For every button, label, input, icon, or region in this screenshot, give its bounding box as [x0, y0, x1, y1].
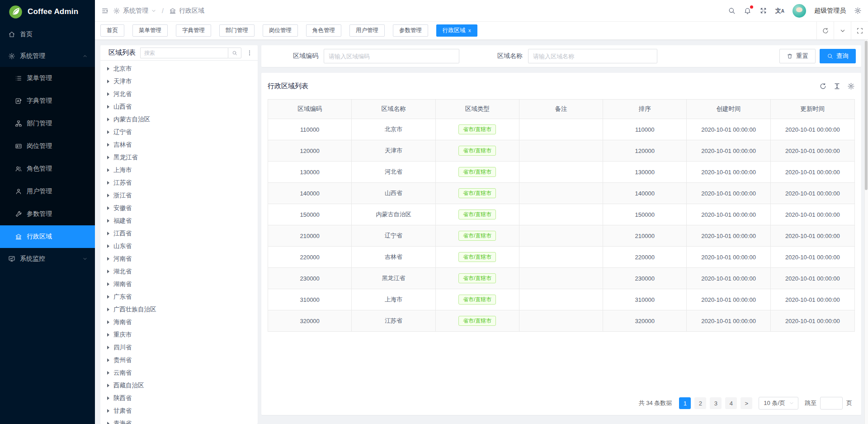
caret-right-icon[interactable] — [107, 422, 109, 424]
tree-item[interactable]: 广西壮族自治区 — [100, 303, 258, 316]
tree-item[interactable]: 青海省 — [100, 417, 258, 424]
caret-right-icon[interactable] — [107, 130, 109, 134]
caret-right-icon[interactable] — [107, 168, 109, 172]
tree-item[interactable]: 西藏自治区 — [100, 379, 258, 392]
sidebar-item-role-management[interactable]: 角色管理 — [0, 157, 95, 180]
sidebar-item-menu-management[interactable]: 菜单管理 — [0, 67, 95, 90]
caret-right-icon[interactable] — [107, 308, 109, 311]
tab-close-icon[interactable]: x — [468, 28, 471, 33]
reset-button[interactable]: 重置 — [779, 49, 816, 63]
tree-item[interactable]: 陕西省 — [100, 392, 258, 405]
tree-item[interactable]: 广东省 — [100, 291, 258, 303]
caret-right-icon[interactable] — [107, 156, 109, 159]
kebab-menu-icon[interactable] — [246, 49, 253, 57]
caret-right-icon[interactable] — [107, 270, 109, 273]
username[interactable]: 超级管理员 — [814, 7, 846, 15]
tree-item[interactable]: 福建省 — [100, 214, 258, 227]
sidebar-item-dept-management[interactable]: 部门管理 — [0, 112, 95, 135]
tree-item[interactable]: 吉林省 — [100, 138, 258, 151]
caret-right-icon[interactable] — [107, 282, 109, 286]
tab-dict-management[interactable]: 字典管理 — [176, 24, 211, 37]
tree-search-button[interactable] — [228, 48, 241, 58]
tree-item[interactable]: 安徽省 — [100, 202, 258, 214]
column-height-icon[interactable] — [833, 82, 841, 90]
breadcrumb-parent[interactable]: 系统管理 — [113, 7, 156, 15]
tabs-dropdown-chevron-icon[interactable] — [834, 22, 851, 39]
caret-right-icon[interactable] — [107, 358, 109, 362]
caret-right-icon[interactable] — [107, 320, 109, 324]
scrollbar-thumb[interactable] — [865, 41, 868, 190]
caret-right-icon[interactable] — [107, 295, 109, 299]
caret-right-icon[interactable] — [107, 206, 109, 210]
caret-right-icon[interactable] — [107, 333, 109, 337]
caret-right-icon[interactable] — [107, 232, 109, 235]
caret-right-icon[interactable] — [107, 346, 109, 349]
tree-item[interactable]: 天津市 — [100, 75, 258, 88]
tree-item[interactable]: 山西省 — [100, 100, 258, 113]
sidebar-item-user-management[interactable]: 用户管理 — [0, 180, 95, 203]
tab-dept-management[interactable]: 部门管理 — [219, 24, 255, 37]
page-size-select[interactable]: 10 条/页 — [759, 397, 798, 410]
caret-right-icon[interactable] — [107, 384, 109, 387]
tree-item[interactable]: 海南省 — [100, 316, 258, 329]
caret-right-icon[interactable] — [107, 105, 109, 109]
sidebar-item-home[interactable]: 首页 — [0, 24, 95, 45]
page-button-3[interactable]: 3 — [710, 397, 722, 409]
maximize-icon[interactable] — [851, 22, 868, 39]
caret-right-icon[interactable] — [107, 371, 109, 375]
tree-item[interactable]: 四川省 — [100, 341, 258, 354]
page-button-4[interactable]: 4 — [725, 397, 737, 409]
tree-item[interactable]: 黑龙江省 — [100, 151, 258, 164]
caret-right-icon[interactable] — [107, 67, 109, 71]
tab-menu-management[interactable]: 菜单管理 — [132, 24, 168, 37]
next-page-button[interactable]: > — [741, 397, 752, 409]
sidebar-item-system-monitor[interactable]: 系统监控 — [0, 248, 95, 270]
caret-right-icon[interactable] — [107, 244, 109, 248]
tree-item[interactable]: 河南省 — [100, 252, 258, 265]
caret-right-icon[interactable] — [107, 118, 109, 121]
tree-item[interactable]: 河北省 — [100, 88, 258, 100]
settings-gear-icon[interactable] — [854, 7, 862, 14]
caret-right-icon[interactable] — [107, 80, 109, 83]
caret-right-icon[interactable] — [107, 409, 109, 413]
translate-icon[interactable]: 文A — [775, 7, 784, 15]
region-code-input[interactable] — [324, 49, 459, 63]
caret-right-icon[interactable] — [107, 194, 109, 197]
region-name-input[interactable] — [528, 49, 657, 63]
settings-gear-icon[interactable] — [847, 82, 855, 90]
refresh-icon[interactable] — [816, 22, 834, 39]
caret-right-icon[interactable] — [107, 143, 109, 147]
tree-item[interactable]: 辽宁省 — [100, 126, 258, 138]
tab-user-management[interactable]: 用户管理 — [349, 24, 385, 37]
sidebar-item-param-management[interactable]: 参数管理 — [0, 203, 95, 225]
tree-item[interactable]: 山东省 — [100, 240, 258, 252]
caret-right-icon[interactable] — [107, 396, 109, 400]
tree-item[interactable]: 贵州省 — [100, 354, 258, 367]
sidebar-item-system-management[interactable]: 系统管理 — [0, 45, 95, 67]
caret-right-icon[interactable] — [107, 181, 109, 185]
caret-right-icon[interactable] — [107, 219, 109, 223]
fullscreen-icon[interactable] — [760, 7, 767, 14]
tree-search-input[interactable] — [140, 48, 228, 58]
sidebar-item-dict-management[interactable]: 字典管理 — [0, 90, 95, 112]
tree-item[interactable]: 江西省 — [100, 227, 258, 240]
page-button-1[interactable]: 1 — [679, 397, 691, 409]
search-icon[interactable] — [728, 7, 736, 14]
tree-item[interactable]: 江苏省 — [100, 176, 258, 189]
tree-item[interactable]: 云南省 — [100, 367, 258, 379]
notification-bell-icon[interactable] — [744, 7, 751, 14]
tab-param-management[interactable]: 参数管理 — [393, 24, 428, 37]
avatar[interactable] — [793, 4, 806, 18]
tab-post-management[interactable]: 岗位管理 — [263, 24, 298, 37]
tree-item[interactable]: 甘肃省 — [100, 405, 258, 417]
tree-item[interactable]: 湖南省 — [100, 278, 258, 291]
tree-item[interactable]: 北京市 — [100, 62, 258, 75]
sidebar-item-admin-region[interactable]: 行政区域 — [0, 225, 95, 248]
search-button[interactable]: 查询 — [820, 49, 856, 63]
tree-item[interactable]: 湖北省 — [100, 265, 258, 278]
caret-right-icon[interactable] — [107, 92, 109, 96]
tab-admin-region[interactable]: 行政区域 x — [436, 24, 477, 37]
sidebar-fold-icon[interactable] — [101, 7, 108, 14]
tree-item[interactable]: 浙江省 — [100, 189, 258, 202]
caret-right-icon[interactable] — [107, 257, 109, 261]
